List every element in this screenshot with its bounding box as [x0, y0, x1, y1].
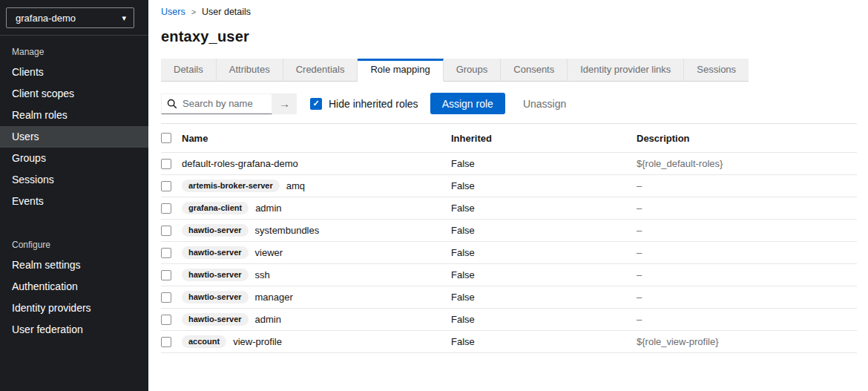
table-row: accountview-profileFalse${role_view-prof… — [161, 331, 857, 353]
client-badge: hawtio-server — [182, 246, 249, 259]
inherited-value: False — [451, 269, 637, 280]
tab-attributes[interactable]: Attributes — [217, 59, 283, 82]
tab-identity-provider-links[interactable]: Identity provider links — [568, 59, 684, 82]
role-name: view-profile — [233, 336, 282, 347]
select-all-checkbox[interactable] — [161, 133, 171, 143]
column-header-inherited: Inherited — [451, 133, 637, 144]
breadcrumb: Users > User details — [161, 7, 857, 17]
unassign-button[interactable]: Unassign — [523, 93, 566, 114]
table-row: hawtio-serversystembundlesFalse– — [161, 220, 857, 242]
inherited-value: False — [451, 314, 637, 325]
assign-role-button[interactable]: Assign role — [430, 93, 505, 114]
client-badge: hawtio-server — [182, 291, 249, 303]
row-checkbox-cell — [161, 226, 182, 236]
row-checkbox-cell — [161, 315, 182, 325]
tab-sessions[interactable]: Sessions — [684, 59, 749, 82]
table-row: hawtio-serveradminFalse– — [161, 309, 857, 331]
description-value: – — [637, 314, 857, 325]
breadcrumb-current: User details — [202, 7, 251, 17]
search-submit-button[interactable]: → — [272, 93, 297, 114]
realm-selector[interactable]: grafana-demo ▾ — [6, 7, 134, 28]
row-checkbox[interactable] — [161, 181, 171, 191]
sidebar-item-events[interactable]: Events — [0, 191, 148, 212]
row-checkbox[interactable] — [161, 337, 171, 347]
row-checkbox[interactable] — [161, 203, 171, 214]
search-icon — [167, 99, 177, 112]
sidebar-item-sessions[interactable]: Sessions — [0, 169, 148, 191]
sidebar-section-label-configure: Configure — [0, 235, 148, 254]
tab-groups[interactable]: Groups — [444, 59, 502, 82]
sidebar-divider — [0, 35, 148, 36]
column-header-description: Description — [637, 133, 857, 144]
table-row: grafana-clientadminFalse– — [161, 197, 857, 220]
row-checkbox-cell — [161, 248, 182, 258]
role-name-cell: hawtio-serverssh — [182, 269, 451, 281]
table-row: default-roles-grafana-demoFalse${role_de… — [161, 153, 857, 175]
client-badge: hawtio-server — [182, 224, 249, 237]
row-checkbox[interactable] — [161, 292, 171, 303]
sidebar-item-authentication[interactable]: Authentication — [0, 276, 148, 298]
hide-inherited-roles-toggle[interactable]: ✓ Hide inherited roles — [310, 98, 418, 110]
row-checkbox-cell — [161, 159, 182, 169]
row-checkbox[interactable] — [161, 226, 171, 236]
sidebar-nav: ManageClientsClient scopesRealm rolesUse… — [0, 42, 148, 341]
inherited-value: False — [451, 225, 637, 236]
role-name: systembundles — [255, 225, 320, 236]
tab-details[interactable]: Details — [161, 59, 217, 82]
sidebar-item-users[interactable]: Users — [0, 126, 148, 148]
search-input[interactable] — [161, 93, 272, 114]
tab-bar: DetailsAttributesCredentialsRole mapping… — [161, 59, 857, 82]
sidebar-item-user-federation[interactable]: User federation — [0, 319, 148, 341]
client-badge: account — [182, 335, 226, 348]
search-group: → — [161, 93, 297, 114]
row-checkbox[interactable] — [161, 248, 171, 258]
role-name-cell: grafana-clientadmin — [182, 202, 451, 214]
description-value: – — [637, 203, 857, 214]
row-checkbox-cell — [161, 203, 182, 214]
role-name: ssh — [255, 269, 270, 280]
tab-credentials[interactable]: Credentials — [283, 59, 358, 82]
breadcrumb-link-users[interactable]: Users — [161, 7, 185, 17]
table-row: hawtio-servermanagerFalse– — [161, 286, 857, 309]
sidebar-item-realm-settings[interactable]: Realm settings — [0, 254, 148, 276]
inherited-value: False — [451, 158, 637, 169]
client-badge: artemis-broker-server — [182, 180, 280, 192]
description-value: ${role_default-roles} — [637, 158, 857, 169]
sidebar-item-realm-roles[interactable]: Realm roles — [0, 105, 148, 126]
row-checkbox[interactable] — [161, 159, 171, 169]
hide-inherited-roles-label: Hide inherited roles — [329, 98, 418, 110]
tab-consents[interactable]: Consents — [501, 59, 568, 82]
tab-role-mapping[interactable]: Role mapping — [358, 59, 443, 82]
role-name-cell: artemis-broker-serveramq — [182, 180, 451, 192]
row-checkbox-cell — [161, 292, 182, 303]
description-value: – — [637, 247, 857, 258]
sidebar-item-identity-providers[interactable]: Identity providers — [0, 298, 148, 319]
table-row: hawtio-serverviewerFalse– — [161, 242, 857, 264]
role-name: viewer — [255, 247, 283, 258]
inherited-value: False — [451, 292, 637, 303]
role-name-cell: hawtio-serveradmin — [182, 313, 451, 326]
column-header-name: Name — [182, 133, 451, 144]
description-value: ${role_view-profile} — [637, 336, 857, 347]
role-name: admin — [255, 314, 281, 325]
sidebar-item-client-scopes[interactable]: Client scopes — [0, 83, 148, 105]
row-checkbox-cell — [161, 337, 182, 347]
role-name: amq — [286, 180, 305, 191]
description-value: – — [637, 180, 857, 191]
sidebar-section-label-manage: Manage — [0, 42, 148, 62]
role-name: admin — [255, 203, 281, 214]
role-name-cell: default-roles-grafana-demo — [182, 158, 451, 169]
checkbox-checked-icon[interactable]: ✓ — [310, 98, 322, 110]
sidebar-item-groups[interactable]: Groups — [0, 148, 148, 169]
toolbar: → ✓ Hide inherited roles Assign role Una… — [161, 93, 857, 114]
sidebar-item-clients[interactable]: Clients — [0, 62, 148, 83]
row-checkbox[interactable] — [161, 315, 171, 325]
table-header-row: Name Inherited Description — [161, 124, 857, 153]
table-body: default-roles-grafana-demoFalse${role_de… — [161, 153, 857, 353]
table-row: hawtio-serversshFalse– — [161, 264, 857, 286]
row-checkbox[interactable] — [161, 270, 171, 280]
breadcrumb-separator-icon: > — [191, 7, 196, 16]
role-name-cell: accountview-profile — [182, 335, 451, 348]
inherited-value: False — [451, 203, 637, 214]
client-badge: hawtio-server — [182, 313, 249, 326]
